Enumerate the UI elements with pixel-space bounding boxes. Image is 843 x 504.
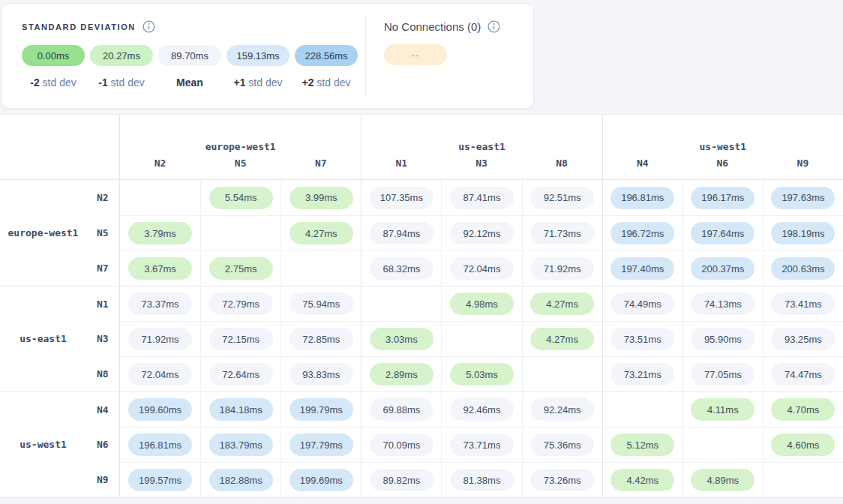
latency-pill[interactable]: 107.35ms	[370, 187, 434, 209]
latency-pill[interactable]: 69.88ms	[370, 398, 434, 421]
latency-cell: 2.75ms	[200, 250, 280, 286]
latency-pill[interactable]: 199.57ms	[128, 469, 192, 491]
latency-pill[interactable]: 2.89ms	[370, 363, 434, 386]
latency-cell: 3.03ms	[361, 321, 441, 356]
latency-pill[interactable]: 3.67ms	[128, 257, 192, 280]
latency-cell: 73.21ms	[602, 356, 682, 392]
latency-pill[interactable]: 183.79ms	[209, 434, 273, 456]
latency-pill[interactable]: 68.32ms	[370, 257, 434, 280]
latency-pill[interactable]: 196.72ms	[610, 222, 674, 244]
column-header-node: N9	[763, 158, 843, 180]
latency-pill[interactable]: 5.03ms	[450, 363, 514, 386]
latency-pill[interactable]: 72.15ms	[209, 328, 273, 350]
latency-pill[interactable]: 196.81ms	[128, 434, 192, 456]
column-header-region: us-west1	[602, 115, 843, 158]
latency-pill[interactable]: 87.41ms	[450, 187, 514, 209]
latency-pill[interactable]: 2.75ms	[209, 257, 273, 280]
std-dev-legend-item: 228.56ms+2 std dev	[295, 45, 358, 88]
latency-pill[interactable]: 199.60ms	[128, 398, 192, 421]
latency-pill[interactable]: 4.27ms	[290, 222, 353, 244]
latency-pill[interactable]: 74.47ms	[771, 363, 835, 386]
latency-pill[interactable]: 72.04ms	[128, 363, 192, 386]
row-header-node: N1	[86, 298, 119, 310]
latency-cell: 183.79ms	[200, 427, 280, 462]
latency-pill[interactable]: 4.98ms	[450, 292, 514, 315]
row-header-node: N7	[86, 262, 119, 274]
latency-pill[interactable]: 184.18ms	[209, 398, 273, 421]
latency-cell: 93.25ms	[763, 321, 843, 356]
latency-pill[interactable]: 196.81ms	[610, 187, 674, 209]
latency-pill[interactable]: 87.94ms	[370, 222, 434, 244]
latency-cell: 4.11ms	[682, 392, 763, 427]
latency-pill[interactable]: 92.12ms	[450, 222, 514, 244]
latency-cell: 73.71ms	[441, 427, 521, 462]
latency-pill[interactable]: 4.11ms	[691, 398, 754, 421]
latency-pill[interactable]: 73.51ms	[610, 328, 674, 350]
latency-cell: 199.69ms	[280, 462, 361, 497]
latency-pill[interactable]: 81.38ms	[450, 469, 514, 491]
latency-cell	[602, 392, 682, 427]
latency-pill[interactable]: 73.41ms	[771, 292, 835, 315]
latency-cell: 93.83ms	[280, 356, 361, 392]
latency-cell: 74.47ms	[763, 356, 843, 392]
latency-cell: 4.27ms	[280, 215, 361, 250]
matrix-corner-cell	[0, 158, 120, 180]
column-header-region: us-east1	[361, 115, 602, 158]
latency-pill[interactable]: 92.51ms	[530, 187, 594, 209]
latency-pill[interactable]: 4.27ms	[530, 328, 594, 350]
latency-pill[interactable]: 4.42ms	[610, 469, 674, 491]
latency-pill[interactable]: 3.79ms	[128, 222, 192, 244]
latency-pill[interactable]: 4.27ms	[530, 292, 594, 315]
latency-pill[interactable]: 4.70ms	[771, 398, 835, 421]
std-dev-value-pill: 89.70ms	[158, 45, 221, 66]
latency-pill[interactable]: 4.60ms	[771, 434, 835, 456]
column-header-node: N1	[361, 158, 441, 180]
latency-pill[interactable]: 75.36ms	[530, 434, 594, 456]
latency-pill[interactable]: 197.79ms	[290, 434, 353, 456]
latency-pill[interactable]: 73.21ms	[610, 363, 674, 386]
latency-pill[interactable]: 5.54ms	[209, 187, 273, 209]
latency-pill[interactable]: 74.13ms	[691, 292, 754, 315]
info-icon[interactable]	[488, 20, 500, 33]
latency-pill[interactable]: 200.63ms	[771, 257, 835, 280]
latency-cell: 4.89ms	[682, 462, 763, 497]
latency-pill[interactable]: 197.40ms	[610, 257, 674, 280]
latency-pill[interactable]: 4.89ms	[691, 469, 754, 491]
latency-pill[interactable]: 73.71ms	[450, 434, 514, 456]
latency-pill[interactable]: 75.94ms	[290, 292, 353, 315]
latency-pill[interactable]: 3.03ms	[370, 328, 434, 350]
latency-pill[interactable]: 72.79ms	[209, 292, 273, 315]
latency-pill[interactable]: 71.92ms	[128, 328, 192, 350]
latency-cell: 72.04ms	[441, 250, 521, 286]
latency-pill[interactable]: 200.37ms	[691, 257, 754, 280]
latency-pill[interactable]: 72.85ms	[290, 328, 353, 350]
latency-pill[interactable]: 197.63ms	[771, 187, 835, 209]
latency-cell: 92.12ms	[441, 215, 521, 250]
latency-pill[interactable]: 196.17ms	[691, 187, 754, 209]
latency-pill[interactable]: 198.19ms	[771, 222, 835, 244]
latency-pill[interactable]: 73.37ms	[128, 292, 192, 315]
info-icon[interactable]	[142, 20, 155, 33]
latency-pill[interactable]: 70.09ms	[370, 434, 434, 456]
latency-pill[interactable]: 73.26ms	[530, 469, 594, 491]
latency-pill[interactable]: 93.83ms	[290, 363, 353, 386]
latency-pill[interactable]: 71.92ms	[530, 257, 594, 280]
latency-pill[interactable]: 77.05ms	[691, 363, 754, 386]
latency-pill[interactable]: 95.90ms	[691, 328, 754, 350]
latency-pill[interactable]: 92.46ms	[450, 398, 514, 421]
latency-pill[interactable]: 182.88ms	[209, 469, 273, 491]
latency-cell: 69.88ms	[361, 392, 441, 427]
latency-pill[interactable]: 199.69ms	[290, 469, 353, 491]
latency-pill[interactable]: 197.64ms	[691, 222, 754, 244]
latency-pill[interactable]: 72.64ms	[209, 363, 273, 386]
latency-pill[interactable]: 72.04ms	[450, 257, 514, 280]
latency-pill[interactable]: 3.99ms	[290, 187, 353, 209]
latency-pill[interactable]: 199.79ms	[290, 398, 353, 421]
latency-pill[interactable]: 71.73ms	[530, 222, 594, 244]
latency-pill[interactable]: 74.49ms	[610, 292, 674, 315]
latency-pill[interactable]: 5.12ms	[610, 434, 674, 456]
latency-pill[interactable]: 92.24ms	[530, 398, 594, 421]
latency-pill[interactable]: 93.25ms	[771, 328, 835, 350]
latency-pill[interactable]: 89.82ms	[370, 469, 434, 491]
latency-cell	[280, 250, 361, 286]
